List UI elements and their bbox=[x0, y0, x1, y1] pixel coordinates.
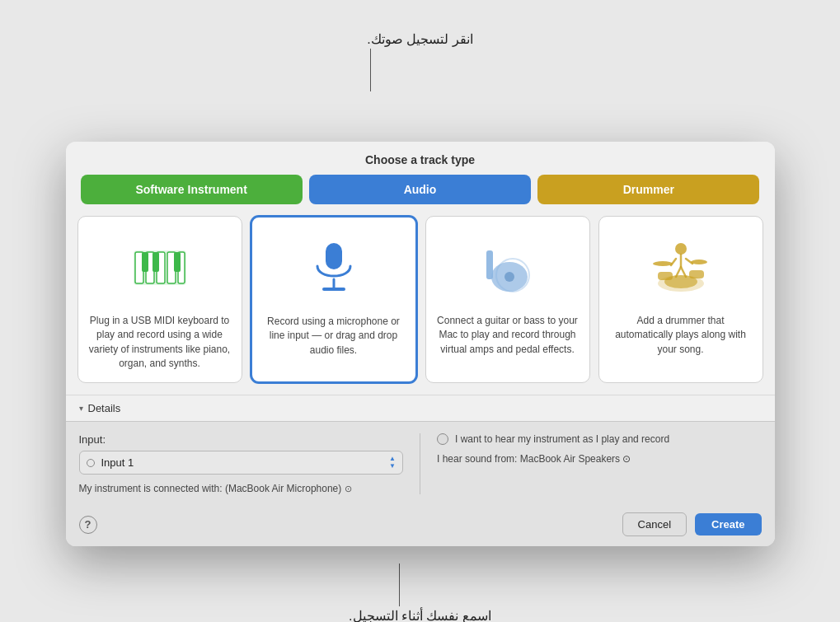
input-label: Input: bbox=[79, 433, 404, 446]
card-guitar-description: Connect a guitar or bass to your Mac to … bbox=[436, 314, 580, 357]
piano-icon bbox=[123, 230, 197, 304]
card-microphone[interactable]: Record using a microphone or line input … bbox=[251, 216, 417, 384]
svg-point-20 bbox=[653, 261, 673, 266]
card-microphone-description: Record using a microphone or line input … bbox=[262, 315, 406, 358]
svg-rect-19 bbox=[689, 270, 704, 278]
details-toggle[interactable]: ▾ Details bbox=[66, 395, 775, 421]
details-right: I want to hear my instrument as I play a… bbox=[420, 433, 762, 494]
connected-arrow-icon[interactable]: ⊙ bbox=[345, 484, 352, 493]
svg-rect-8 bbox=[174, 252, 181, 272]
details-chevron-icon: ▾ bbox=[79, 404, 83, 413]
card-drummer-description: Add a drummer that automatically plays a… bbox=[609, 314, 753, 357]
card-usb-midi-description: Plug in a USB MIDI keyboard to play and … bbox=[88, 314, 232, 372]
hear-checkbox[interactable] bbox=[437, 433, 448, 445]
details-toggle-label: Details bbox=[88, 402, 121, 414]
track-type-software[interactable]: Software Instrument bbox=[81, 175, 303, 204]
hear-checkbox-label: I want to hear my instrument as I play a… bbox=[455, 433, 669, 445]
create-button[interactable]: Create bbox=[695, 513, 761, 535]
help-button[interactable]: ? bbox=[79, 516, 97, 534]
cards-row: Plug in a USB MIDI keyboard to play and … bbox=[66, 216, 775, 395]
track-type-drummer[interactable]: Drummer bbox=[537, 175, 759, 204]
input-select-text: Input 1 bbox=[101, 456, 390, 469]
card-drummer[interactable]: Add a drummer that automatically plays a… bbox=[598, 216, 763, 384]
input-select-arrows: ▲ ▼ bbox=[389, 456, 396, 470]
track-type-audio[interactable]: Audio bbox=[309, 175, 531, 204]
drummer-icon bbox=[644, 230, 718, 304]
dialog-title: Choose a track type bbox=[66, 142, 775, 175]
svg-rect-9 bbox=[326, 243, 342, 269]
outer-container: انقر لتسجيل صوتك. اسمع نفسك أثناء التسجي… bbox=[16, 16, 824, 622]
dialog: Choose a track type Software Instrument … bbox=[66, 142, 775, 547]
bottom-row: ? Cancel Create bbox=[66, 504, 775, 546]
card-usb-midi[interactable]: Plug in a USB MIDI keyboard to play and … bbox=[77, 216, 242, 384]
track-type-row: Software Instrument Audio Drummer bbox=[66, 175, 775, 216]
svg-rect-7 bbox=[153, 252, 159, 272]
input-select-row[interactable]: Input 1 ▲ ▼ bbox=[79, 451, 404, 475]
svg-rect-18 bbox=[658, 272, 673, 280]
cancel-button[interactable]: Cancel bbox=[622, 512, 687, 536]
hear-sound-arrow-icon[interactable]: ⊙ bbox=[622, 453, 631, 465]
hear-checkbox-row[interactable]: I want to hear my instrument as I play a… bbox=[437, 433, 762, 445]
input-dot-icon bbox=[87, 459, 95, 467]
svg-rect-11 bbox=[322, 288, 345, 291]
svg-point-14 bbox=[504, 272, 514, 282]
hear-sound-from: I hear sound from: MacBook Air Speakers … bbox=[437, 453, 762, 465]
connected-with: My instrument is connected with: (MacBoo… bbox=[79, 483, 404, 494]
annotation-bottom-arabic: اسمع نفسك أثناء التسجيل. bbox=[349, 608, 491, 622]
guitar-icon bbox=[471, 230, 545, 304]
details-left: Input: Input 1 ▲ ▼ My instrument is conn… bbox=[79, 433, 421, 494]
mic-icon bbox=[297, 231, 371, 305]
svg-rect-6 bbox=[142, 252, 148, 272]
details-panel: Input: Input 1 ▲ ▼ My instrument is conn… bbox=[66, 421, 775, 504]
svg-rect-13 bbox=[486, 250, 493, 279]
action-buttons: Cancel Create bbox=[622, 512, 762, 536]
svg-point-22 bbox=[675, 243, 687, 255]
annotation-top-arabic: انقر لتسجيل صوتك. bbox=[367, 31, 472, 47]
card-guitar[interactable]: Connect a guitar or bass to your Mac to … bbox=[425, 216, 590, 384]
